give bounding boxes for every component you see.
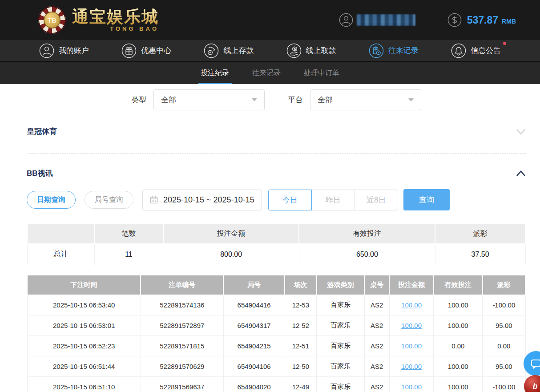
cell-bet-amount: 100.00 xyxy=(389,377,434,392)
summary-header-payout: 派彩 xyxy=(435,223,525,244)
summary-header-count: 笔数 xyxy=(94,223,163,244)
round-query-button[interactable]: 局号查询 xyxy=(85,191,133,209)
tab-bet-records[interactable]: 投注纪录 xyxy=(201,62,229,84)
cell: 100.00 xyxy=(434,377,483,392)
date-range-picker[interactable]: 2025-10-15 ~ 2025-10-15 xyxy=(142,190,262,210)
platform-select-value: 全部 xyxy=(318,95,333,105)
bell-icon xyxy=(451,43,466,58)
nav-label: 优惠中心 xyxy=(141,45,171,56)
date-query-button[interactable]: 日期查询 xyxy=(27,191,76,209)
main-nav: 我的账户 优惠中心 线上存款 线上取款 xyxy=(0,40,540,62)
cell: 2025-10-15 06:51:10 xyxy=(27,377,141,392)
platform-select[interactable]: 全部 xyxy=(310,89,421,110)
main-content: 类型 全部 平台 全部 皇冠体育 BB视讯 日期查询 局号查询 xyxy=(0,89,540,392)
chevron-down-icon xyxy=(252,98,257,101)
cell: 2025-10-15 06:52:23 xyxy=(27,336,141,356)
cell: 654904317 xyxy=(223,315,285,336)
cell: AS2 xyxy=(364,356,389,377)
chevron-down-icon xyxy=(408,98,414,101)
bet-amount-link[interactable]: 100.00 xyxy=(401,383,422,391)
cell: 95.00 xyxy=(483,356,525,377)
chat-icon xyxy=(530,358,540,369)
type-select[interactable]: 全部 xyxy=(153,89,265,110)
nav-item-promotions[interactable]: 优惠中心 xyxy=(121,43,171,58)
cell: 654904020 xyxy=(223,377,285,392)
table-row: 2025-10-15 06:51:44522891570629654904106… xyxy=(27,356,525,377)
cell: -100.00 xyxy=(483,295,525,315)
bet-amount-link[interactable]: 100.00 xyxy=(401,301,422,309)
cell-bet-amount: 100.00 xyxy=(389,336,434,356)
nav-label: 信息公告 xyxy=(471,45,501,56)
coin-dollar-icon xyxy=(447,13,462,27)
cell: 百家乐 xyxy=(317,356,365,377)
section-title: BB视讯 xyxy=(27,168,53,178)
cell: 百家乐 xyxy=(317,295,365,315)
table-row: 2025-10-15 06:53:40522891574136654904416… xyxy=(27,295,525,315)
col-ticket-id: 注单编号 xyxy=(141,275,223,295)
withdraw-icon xyxy=(286,43,302,58)
summary-payout: 37.50 xyxy=(435,244,525,265)
record-tab-bar: 投注纪录 往来记录 处理中订单 xyxy=(0,62,540,84)
section-title: 皇冠体育 xyxy=(27,126,57,137)
site-logo[interactable]: TB 通宝娱乐城 TONG BAO xyxy=(38,6,159,34)
bet-table-body: 2025-10-15 06:53:40522891574136654904416… xyxy=(27,295,525,392)
tab-pending-orders[interactable]: 处理中订单 xyxy=(304,62,339,84)
nav-item-my-account[interactable]: 我的账户 xyxy=(39,43,89,58)
summary-header-empty xyxy=(27,223,94,244)
cell: 95.00 xyxy=(483,315,525,336)
cell: 12-53 xyxy=(285,295,317,315)
balance-group[interactable]: 537.87 RMB xyxy=(447,13,516,27)
site-title: 通宝娱乐城 xyxy=(72,8,159,25)
records-icon xyxy=(369,43,384,58)
summary-count: 11 xyxy=(94,244,163,265)
yesterday-button[interactable]: 昨日 xyxy=(311,190,355,210)
cell: 2025-10-15 06:53:40 xyxy=(27,295,141,315)
table-row: 2025-10-15 06:51:10522891569637654904020… xyxy=(27,377,525,392)
bet-amount-link[interactable]: 100.00 xyxy=(401,322,422,329)
type-select-value: 全部 xyxy=(161,95,176,105)
brand-glyph: b xyxy=(533,382,538,391)
col-round-id: 局号 xyxy=(223,275,285,295)
search-button[interactable]: 查询 xyxy=(403,189,450,210)
calendar-icon xyxy=(150,196,158,204)
bet-amount-link[interactable]: 100.00 xyxy=(401,342,422,350)
summary-total-row: 总计 11 800.00 650.00 37.50 xyxy=(27,244,525,265)
nav-item-deposit[interactable]: 线上存款 xyxy=(204,43,254,58)
cell: 12-52 xyxy=(285,315,317,336)
section-bb-video[interactable]: BB视讯 xyxy=(27,154,526,189)
cell: AS2 xyxy=(364,315,389,336)
chevron-up-icon xyxy=(516,170,526,177)
nav-item-withdraw[interactable]: 线上取款 xyxy=(286,43,336,58)
cell: 654904416 xyxy=(223,295,285,315)
platform-filter-label: 平台 xyxy=(288,95,303,105)
section-crown-sports[interactable]: 皇冠体育 xyxy=(27,110,526,154)
last-8-days-button[interactable]: 近8日 xyxy=(355,190,398,210)
cell: 522891569637 xyxy=(141,377,223,392)
summary-table: 笔数 投注金额 有效投注 派彩 总计 11 800.00 650.00 37.5… xyxy=(27,223,526,265)
cell: 654904215 xyxy=(223,336,285,356)
bet-table-header-row: 下注时间 注单编号 局号 场次 游戏类别 桌号 投注金额 有效投注 派彩 xyxy=(27,275,525,295)
cell: 0.00 xyxy=(434,336,483,356)
summary-bet-amount: 800.00 xyxy=(163,244,299,265)
site-subtitle: TONG BAO xyxy=(72,26,159,32)
cell: 12-49 xyxy=(285,377,317,392)
nav-item-records[interactable]: 往来记录 xyxy=(369,43,419,58)
cell: 百家乐 xyxy=(317,377,365,392)
tab-transaction-records[interactable]: 往来记录 xyxy=(252,62,281,84)
nav-item-announcements[interactable]: 信息公告 xyxy=(451,43,501,58)
deposit-icon xyxy=(204,43,219,58)
nav-label: 我的账户 xyxy=(59,45,89,56)
username-redacted[interactable] xyxy=(357,14,415,26)
summary-total-label: 总计 xyxy=(27,244,94,265)
nav-label: 往来记录 xyxy=(388,45,419,56)
chevron-down-icon xyxy=(516,129,526,135)
today-button[interactable]: 今日 xyxy=(268,190,312,210)
quick-range-group: 今日 昨日 近8日 xyxy=(268,190,398,210)
cell: 654904106 xyxy=(223,356,285,377)
col-table-no: 桌号 xyxy=(364,275,389,295)
query-row: 日期查询 局号查询 2025-10-15 ~ 2025-10-15 今日 昨日 … xyxy=(27,189,526,210)
cell: AS2 xyxy=(364,295,389,315)
top-header: TB 通宝娱乐城 TONG BAO 537.87 RMB xyxy=(0,0,540,40)
summary-header-valid-bet: 有效投注 xyxy=(299,223,435,244)
bet-amount-link[interactable]: 100.00 xyxy=(401,363,422,370)
